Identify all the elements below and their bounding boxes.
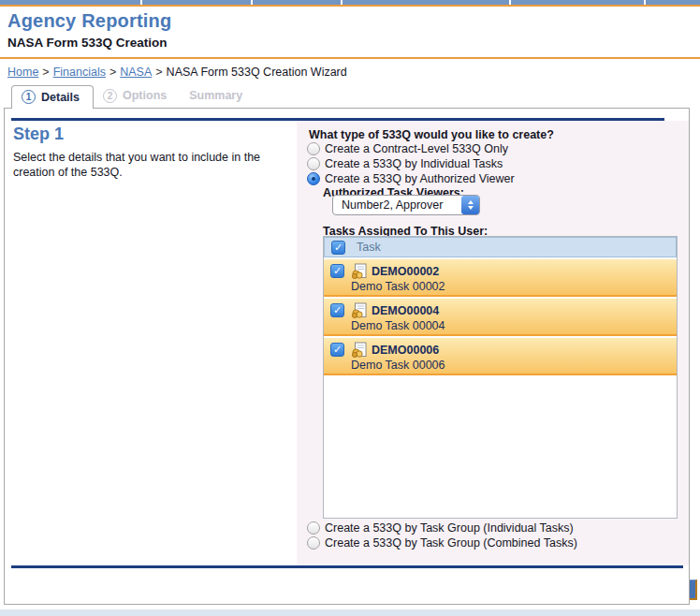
panel-top-rule bbox=[11, 118, 664, 121]
step-description: Select the details that you want to incl… bbox=[13, 150, 292, 180]
radio-icon[interactable] bbox=[307, 536, 320, 550]
radio-option-authorized-viewer[interactable]: Create a 533Q by Authorized Viewer bbox=[307, 172, 515, 185]
breadcrumb-separator: > bbox=[38, 66, 52, 79]
task-description: Demo Task 00004 bbox=[351, 319, 445, 332]
task-row-demo00006[interactable]: ✓ DEMO00006 Demo Task 00006 bbox=[324, 338, 677, 375]
task-description: Demo Task 00002 bbox=[351, 280, 445, 293]
step-title: Step 1 bbox=[13, 125, 64, 144]
page-title: Agency Reporting bbox=[7, 10, 171, 32]
radio-option-task-group-combined[interactable]: Create a 533Q by Task Group (Combined Ta… bbox=[307, 536, 577, 550]
window-bottom-edge bbox=[0, 609, 700, 616]
page: Agency Reporting NASA Form 533Q Creation… bbox=[0, 0, 700, 616]
select-stepper-icon[interactable] bbox=[461, 196, 479, 214]
radio-selected-icon[interactable] bbox=[307, 172, 320, 185]
orange-divider bbox=[0, 57, 700, 59]
radio-label: Create a Contract-Level 533Q Only bbox=[325, 142, 508, 155]
radio-icon[interactable] bbox=[307, 142, 320, 155]
radio-option-contract-level[interactable]: Create a Contract-Level 533Q Only bbox=[307, 142, 508, 155]
select-all-checkbox[interactable]: ✓ bbox=[331, 241, 345, 255]
radio-option-individual-tasks[interactable]: Create a 533Q by Individual Tasks bbox=[307, 157, 503, 170]
breadcrumb: Home>Financials>NASA>NASA Form 533Q Crea… bbox=[7, 66, 347, 79]
chevron-up-icon bbox=[468, 200, 474, 204]
task-row-demo00002[interactable]: ✓ DEMO00002 Demo Task 00002 bbox=[324, 259, 677, 297]
tab-options-label: Options bbox=[123, 89, 167, 102]
task-checkbox[interactable]: ✓ bbox=[330, 303, 344, 317]
task-row-demo00004[interactable]: ✓ DEMO00004 Demo Task 00004 bbox=[324, 299, 677, 336]
orange-divider bbox=[0, 5, 700, 7]
breadcrumb-current: NASA Form 533Q Creation Wizard bbox=[167, 66, 347, 79]
chevron-down-icon bbox=[468, 206, 474, 210]
panel-bottom-rule bbox=[11, 565, 683, 568]
breadcrumb-separator: > bbox=[152, 66, 166, 79]
tab-details[interactable]: 1 Details bbox=[11, 85, 94, 109]
radio-label: Create a 533Q by Authorized Viewer bbox=[325, 172, 515, 185]
radio-icon[interactable] bbox=[307, 521, 320, 535]
step-number-icon: 1 bbox=[22, 90, 36, 104]
task-column-header: Task bbox=[357, 241, 381, 254]
tab-summary[interactable]: Summary bbox=[180, 84, 255, 108]
select-selected-value: Number2, Approver bbox=[333, 198, 461, 212]
radio-label: Create a 533Q by Individual Tasks bbox=[325, 157, 503, 170]
task-id: DEMO00004 bbox=[372, 304, 439, 317]
wizard-tabs: 1 Details 2 Options Summary bbox=[11, 84, 255, 108]
radio-icon[interactable] bbox=[307, 157, 320, 170]
task-checkbox[interactable]: ✓ bbox=[330, 264, 344, 278]
radio-option-task-group-individual[interactable]: Create a 533Q by Task Group (Individual … bbox=[307, 521, 574, 535]
question-label: What type of 533Q would you like to crea… bbox=[309, 128, 554, 141]
step-number-icon: 2 bbox=[103, 89, 117, 103]
tab-options[interactable]: 2 Options bbox=[94, 84, 180, 108]
task-id: DEMO00002 bbox=[372, 265, 439, 278]
task-id: DEMO00006 bbox=[372, 344, 439, 357]
breadcrumb-link-nasa[interactable]: NASA bbox=[120, 66, 152, 79]
breadcrumb-separator: > bbox=[106, 66, 120, 79]
tab-summary-label: Summary bbox=[189, 89, 242, 102]
radio-label: Create a 533Q by Task Group (Individual … bbox=[325, 521, 574, 535]
tasks-table: ✓ Task ✓ DEMO00002 Demo Task 00002 ✓ bbox=[323, 236, 678, 519]
task-checkbox[interactable]: ✓ bbox=[330, 343, 344, 357]
breadcrumb-link-home[interactable]: Home bbox=[7, 66, 38, 79]
task-description: Demo Task 00006 bbox=[351, 359, 445, 372]
tab-details-label: Details bbox=[41, 91, 80, 104]
breadcrumb-link-financials[interactable]: Financials bbox=[53, 66, 106, 79]
page-subtitle: NASA Form 533Q Creation bbox=[7, 36, 168, 50]
tasks-table-header: ✓ Task bbox=[324, 237, 677, 257]
authorized-viewer-select[interactable]: Number2, Approver bbox=[332, 195, 480, 215]
radio-label: Create a 533Q by Task Group (Combined Ta… bbox=[325, 536, 577, 550]
